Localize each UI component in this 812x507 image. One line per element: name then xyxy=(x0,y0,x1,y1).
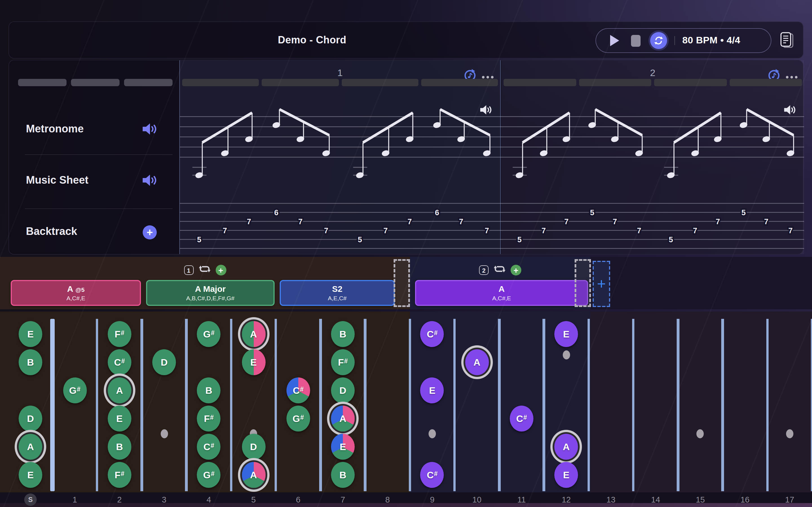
sidebar-beat-pills[interactable] xyxy=(18,79,172,86)
svg-text:7: 7 xyxy=(613,217,617,226)
fretboard-note[interactable]: D xyxy=(242,434,265,460)
fretboard-note[interactable]: F# xyxy=(331,349,355,375)
fret-wire xyxy=(632,319,635,491)
stop-button[interactable] xyxy=(631,35,641,47)
fretboard-note[interactable]: F# xyxy=(108,321,132,347)
fretboard-note[interactable]: D xyxy=(18,406,42,432)
add-section-slot[interactable]: + xyxy=(593,261,610,307)
fretboard-note[interactable]: E xyxy=(242,349,265,375)
measure-2[interactable]: 2 xyxy=(501,60,804,254)
fret-wire xyxy=(364,319,366,491)
chord-block-title: A Major xyxy=(195,285,226,294)
fretboard-note[interactable]: E xyxy=(108,406,132,432)
string-names-toggle[interactable]: S xyxy=(24,494,37,506)
fret-wire xyxy=(140,319,143,491)
fretboard-note[interactable]: E xyxy=(18,321,42,347)
fretboard-note[interactable]: B xyxy=(18,349,42,375)
fret-number: 6 xyxy=(296,495,300,504)
fretboard-note[interactable]: A xyxy=(554,434,578,460)
sharp-sign: # xyxy=(210,414,214,420)
fretboard-note[interactable]: A xyxy=(465,349,489,375)
fretboard-note[interactable]: C# xyxy=(287,378,310,403)
fretboard-note[interactable]: A xyxy=(331,406,355,432)
note-label: A xyxy=(563,442,570,452)
fretboard: EF#G#ABC#EBC#DEF#AG#ABC#DEDEF#G#AC#ABC#D… xyxy=(0,312,812,507)
svg-text:7: 7 xyxy=(408,217,412,226)
fretboard-note[interactable]: G# xyxy=(197,462,221,488)
chord-section-tools: 2 + xyxy=(479,265,521,276)
fretboard-note[interactable]: G# xyxy=(63,378,87,403)
app-window: Demo - Chord 80 BPM • 4/4 xyxy=(0,0,812,507)
fretboard-note[interactable]: C# xyxy=(197,434,221,460)
sidebar-divider xyxy=(25,154,172,155)
fretboard-note[interactable]: C# xyxy=(510,406,534,432)
transport-controls: 80 BPM • 4/4 xyxy=(596,28,771,53)
fret-number: 15 xyxy=(696,495,705,504)
fretboard-note[interactable]: B xyxy=(108,434,132,460)
note-label: G# xyxy=(203,470,214,480)
fret-wire xyxy=(766,319,769,491)
svg-text:5: 5 xyxy=(590,209,594,217)
note-label: E xyxy=(340,442,346,452)
section-repeat-icon[interactable] xyxy=(199,264,210,277)
beat-pill[interactable] xyxy=(18,79,66,86)
fretboard-note[interactable]: E xyxy=(554,462,578,488)
note-label: D xyxy=(250,442,257,452)
note-label: E xyxy=(563,329,569,339)
fret-wire xyxy=(498,319,500,491)
fretboard-note[interactable]: F# xyxy=(197,406,221,432)
bottom-glow-band xyxy=(0,503,812,507)
measure-volume-icon[interactable] xyxy=(783,104,796,118)
fretboard-note[interactable]: E xyxy=(331,434,355,460)
resize-handle[interactable] xyxy=(574,259,591,307)
fret-wire xyxy=(96,319,98,491)
loop-button[interactable] xyxy=(650,32,667,49)
fretboard-note[interactable]: E xyxy=(554,321,578,347)
music-sheet-volume-icon[interactable] xyxy=(142,173,157,189)
chord-block[interactable]: S2A,E,C# xyxy=(280,280,395,306)
chord-block[interactable]: A@5A,C#,E xyxy=(11,280,141,306)
chord-block[interactable]: A MajorA,B,C#,D,E,F#,G# xyxy=(146,280,274,306)
metronome-volume-icon[interactable] xyxy=(142,122,157,138)
fretboard-note[interactable]: A xyxy=(18,434,42,460)
section-number-badge[interactable]: 1 xyxy=(184,265,193,275)
fretboard-note[interactable]: C# xyxy=(108,349,132,375)
play-button[interactable] xyxy=(610,35,619,46)
fretboard-note[interactable]: A xyxy=(242,462,265,488)
resize-handle[interactable] xyxy=(394,259,410,307)
fretboard-note[interactable]: G# xyxy=(287,406,310,432)
svg-text:7: 7 xyxy=(637,226,641,235)
measure-1[interactable]: 1 xyxy=(179,60,501,254)
bpm-display[interactable]: 80 BPM • 4/4 xyxy=(682,35,741,46)
backtrack-add-button[interactable]: + xyxy=(143,225,157,239)
section-number-badge[interactable]: 2 xyxy=(479,265,489,275)
fretboard-note[interactable]: B xyxy=(331,462,355,488)
fretboard-note[interactable]: E xyxy=(18,462,42,488)
svg-text:7: 7 xyxy=(485,226,489,235)
fretboard-note[interactable]: B xyxy=(197,378,221,403)
fretboard-note[interactable]: F# xyxy=(108,462,132,488)
add-chord-button[interactable]: + xyxy=(215,265,226,276)
sharp-sign: # xyxy=(344,357,348,364)
section-repeat-icon[interactable] xyxy=(494,264,506,277)
notes-clipboard-button[interactable] xyxy=(779,32,795,51)
note-label: E xyxy=(28,329,34,339)
fret-number: 14 xyxy=(651,495,660,504)
beat-pill[interactable] xyxy=(71,79,119,86)
fretboard-note[interactable]: B xyxy=(331,321,355,347)
fretboard-note[interactable]: G# xyxy=(197,321,221,347)
sharp-sign: # xyxy=(77,386,81,392)
fretboard-note[interactable]: A xyxy=(242,321,265,347)
chord-block[interactable]: AA,C#,E xyxy=(415,280,588,306)
svg-text:7: 7 xyxy=(247,217,251,226)
fretboard-note[interactable]: A xyxy=(108,378,132,403)
beat-pill[interactable] xyxy=(124,79,172,86)
fretboard-note[interactable]: D xyxy=(152,349,176,375)
measure-volume-icon[interactable] xyxy=(479,104,492,118)
svg-text:5: 5 xyxy=(669,235,673,244)
fretboard-note[interactable]: D xyxy=(331,378,355,403)
transport-divider xyxy=(674,36,675,45)
note-label: A xyxy=(27,442,34,452)
add-chord-button[interactable]: + xyxy=(511,265,521,276)
note-label: E xyxy=(250,357,257,367)
